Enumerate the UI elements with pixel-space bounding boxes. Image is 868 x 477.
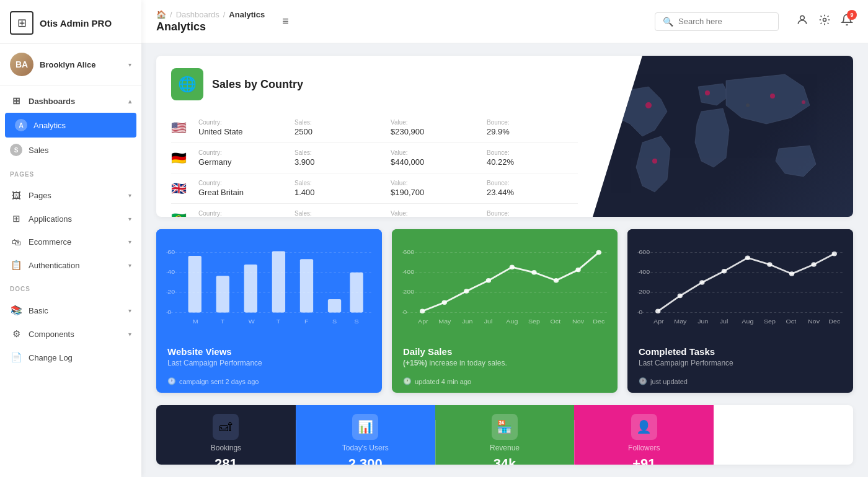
followers-icon-wrap: 👤 (631, 414, 657, 440)
svg-text:T: T (277, 318, 281, 324)
website-views-chart: 60 40 20 0 M T (156, 229, 382, 338)
sidebar-item-applications[interactable]: ⊞ Applications ▾ (0, 207, 141, 230)
svg-text:Sep: Sep (764, 318, 776, 324)
svg-text:0: 0 (639, 309, 642, 315)
user-profile-button[interactable] (796, 14, 808, 29)
sidebar-item-authentication[interactable]: 📋 Authentication ▾ (0, 253, 141, 277)
followers-value: +91 (632, 456, 655, 465)
notifications-button[interactable]: 9 (841, 14, 853, 29)
table-row: 🇩🇪 Country: Germany Sales: 3.900 Value: … (171, 143, 578, 173)
svg-text:400: 400 (403, 268, 414, 274)
value-de: Value: $440,000 (391, 149, 482, 167)
sidebar-user[interactable]: BA Brooklyn Alice ▾ (0, 44, 141, 85)
svg-text:Jul: Jul (720, 318, 728, 324)
sidebar-item-analytics[interactable]: A Analytics (5, 113, 136, 138)
country-us: Country: United State (198, 119, 290, 136)
value-us: Value: $230,900 (391, 119, 482, 136)
website-views-subtitle: Last Campaign Performance (167, 359, 371, 367)
svg-text:400: 400 (639, 268, 650, 274)
flag-gb: 🇬🇧 (171, 181, 193, 196)
svg-rect-21 (328, 299, 341, 313)
settings-button[interactable] (818, 14, 831, 29)
breadcrumb-sep2: / (223, 10, 226, 19)
logo-icon: ⊞ (10, 11, 33, 35)
svg-text:W: W (249, 318, 255, 324)
country-gb: Country: Great Britain (198, 180, 290, 197)
svg-text:40: 40 (167, 268, 175, 274)
svg-point-68 (745, 255, 750, 260)
value-br: Value: $143,960 (391, 210, 482, 217)
search-input[interactable] (678, 17, 765, 26)
svg-rect-16 (188, 256, 202, 313)
notification-badge: 9 (847, 10, 857, 20)
svg-point-40 (464, 289, 469, 294)
docs-section-label: DOCS (0, 281, 141, 295)
applications-chevron-icon: ▾ (128, 216, 131, 222)
svg-point-6 (802, 100, 805, 104)
svg-text:Dec: Dec (593, 318, 604, 324)
daily-sales-subtitle: (+15%) increase in today sales. (403, 359, 606, 367)
sales-letter-badge: S (10, 144, 22, 156)
bottom-stats-bar: 🛋 Bookings 281 📊 Today's Users 2,300 🏪 R… (156, 405, 853, 465)
sidebar-item-components[interactable]: ⚙ Components ▾ (0, 322, 141, 346)
svg-point-64 (655, 309, 660, 314)
daily-sales-chart: 600 400 200 0 (392, 229, 618, 338)
svg-text:20: 20 (167, 289, 175, 295)
sidebar-item-sales[interactable]: S Sales (0, 138, 141, 162)
avatar: BA (10, 53, 33, 76)
table-row: 🇧🇷 Country: Brasil Sales: 562 Value: $14… (171, 204, 578, 217)
today-users-label: Today's Users (342, 444, 389, 452)
completed-tasks-subtitle: Last Campaign Performance (639, 359, 842, 367)
clock-icon: 🕐 (167, 377, 176, 385)
svg-text:600: 600 (403, 248, 414, 255)
svg-text:Dec: Dec (828, 318, 840, 324)
country-table: 🇺🇸 Country: United State Sales: 2500 Val… (171, 113, 578, 217)
svg-rect-17 (216, 276, 229, 312)
sidebar-item-changelog[interactable]: 📄 Change Log (0, 346, 141, 369)
svg-text:600: 600 (639, 248, 650, 255)
sidebar-label-basic: Basic (29, 306, 48, 315)
svg-point-39 (442, 300, 447, 305)
completed-tasks-card: 600 400 200 0 Apr (627, 229, 853, 393)
svg-text:T: T (221, 318, 225, 324)
components-icon: ⚙ (10, 328, 22, 339)
svg-point-5 (770, 94, 775, 98)
svg-text:Jun: Jun (698, 318, 708, 324)
table-row: 🇬🇧 Country: Great Britain Sales: 1.400 V… (171, 173, 578, 204)
svg-rect-20 (300, 259, 313, 312)
daily-sales-footer: 🕐 updated 4 min ago (392, 374, 618, 393)
svg-text:Jun: Jun (462, 318, 472, 324)
sidebar-item-dashboards[interactable]: ⊞ Dashboards ▴ (0, 89, 141, 113)
sidebar-label-analytics: Analytics (33, 121, 66, 130)
hamburger-icon[interactable]: ≡ (282, 15, 289, 28)
breadcrumb-dashboards[interactable]: Dashboards (176, 10, 219, 19)
revenue-icon: 🏪 (497, 419, 512, 434)
sidebar-item-ecommerce[interactable]: 🛍 Ecommerce ▾ (0, 230, 141, 253)
bounce-gb: Bounce: 23.44% (487, 180, 578, 197)
svg-point-3 (705, 90, 710, 95)
sidebar: ⊞ Otis Admin PRO BA Brooklyn Alice ▾ ⊞ D… (0, 0, 141, 477)
sidebar-item-pages[interactable]: 🖼 Pages ▾ (0, 184, 141, 207)
bounce-br: Bounce: 32.14% (487, 210, 578, 217)
sidebar-item-basic[interactable]: 📚 Basic ▾ (0, 299, 141, 322)
svg-text:0: 0 (167, 309, 171, 315)
sidebar-label-components: Components (29, 330, 74, 339)
sales-by-country-card: 🌐 Sales by Country 🇺🇸 Country: United St… (156, 56, 853, 217)
svg-text:Apr: Apr (418, 318, 428, 324)
svg-point-46 (596, 250, 601, 255)
breadcrumb-sep1: / (170, 10, 172, 19)
daily-sales-suffix: increase in today sales. (429, 359, 507, 367)
clock-icon2: 🕐 (403, 377, 412, 385)
svg-point-66 (699, 280, 704, 285)
dashboards-chevron-icon: ▴ (128, 98, 131, 105)
completed-tasks-footer: 🕐 just updated (627, 374, 853, 393)
svg-point-67 (722, 269, 727, 274)
svg-text:M: M (193, 318, 198, 324)
completed-tasks-title: Completed Tasks (639, 346, 842, 357)
sales-de: Sales: 3.900 (294, 149, 386, 167)
svg-point-41 (486, 278, 491, 283)
sidebar-label-changelog: Change Log (29, 353, 73, 362)
svg-text:F: F (304, 318, 309, 324)
website-views-footer-text: campaign sent 2 days ago (179, 378, 259, 385)
website-views-card: 60 40 20 0 M T (156, 229, 382, 393)
